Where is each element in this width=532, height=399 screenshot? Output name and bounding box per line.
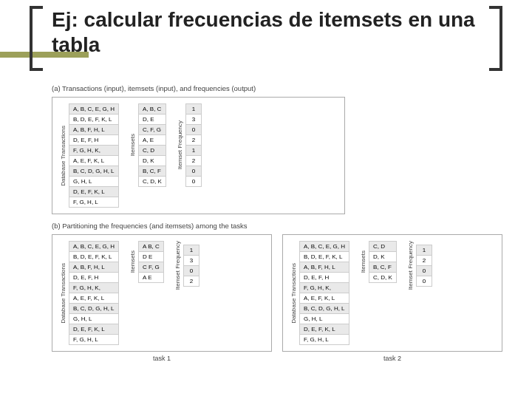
table-cell: A, B, C — [139, 104, 166, 115]
transactions-table: A, B, C, E, G, HB, D, E, F, K, LA, B, F,… — [299, 241, 349, 345]
task-2-label: task 2 — [282, 355, 502, 362]
freq-table: 1302 — [183, 245, 200, 287]
label-itemsets: Itemsets — [129, 250, 136, 273]
table-cell: A B, C — [139, 242, 164, 252]
table-cell: 2 — [185, 156, 201, 166]
table-cell: B, C, D, G, H, L — [69, 166, 119, 177]
table-cell: A, B, F, H, L — [69, 262, 119, 273]
table-cell: G, H, L — [69, 314, 119, 324]
table-cell: D E — [139, 252, 164, 262]
itemsets-table: A B, CD EC F, GA E — [138, 241, 164, 283]
label-itemsets: Itemsets — [129, 134, 136, 156]
table-cell: F, G, H, L — [300, 335, 349, 345]
page-title: Ej: calcular frecuencias de itemsets en … — [44, 7, 502, 57]
table-cell: 1 — [183, 245, 199, 255]
table-cell: C, D — [139, 146, 166, 156]
table-cell: 3 — [185, 115, 201, 125]
caption-a: (a) Transactions (input), itemsets (inpu… — [52, 84, 502, 92]
table-cell: G, H, L — [300, 314, 349, 324]
label-transactions: Database Transactions — [60, 263, 66, 324]
panel-b: (b) Partitioning the frequencies (and it… — [52, 222, 502, 362]
freq-table: 1200 — [416, 245, 432, 287]
table-cell: C, D, K — [139, 177, 166, 187]
table-cell: A, B, F, H, L — [300, 262, 349, 273]
table-cell: 1 — [185, 104, 201, 115]
table-cell: B, C, D, G, H, L — [300, 304, 349, 314]
table-cell: A, B, C, E, G, H — [69, 242, 119, 252]
table-cell: F, G, H, K, — [69, 146, 119, 156]
table-cell: 3 — [183, 255, 199, 265]
table-cell: D, E, F, H — [69, 273, 119, 283]
table-cell: D, E, F, K, L — [300, 324, 349, 335]
table-cell: A, E, F, K, L — [300, 293, 349, 304]
table-cell: D, K — [369, 252, 397, 262]
task-1: Database Transactions A, B, C, E, G, HB,… — [52, 234, 272, 362]
table-cell: B, C, F — [139, 166, 166, 177]
table-cell: A, E, F, K, L — [69, 293, 119, 304]
label-freq: Itemset Frequency — [407, 241, 414, 290]
label-itemsets: Itemsets — [360, 250, 366, 273]
table-cell: 0 — [416, 276, 432, 286]
itemsets-table: C, DD, KB, C, FC, D, K — [369, 241, 397, 283]
table-cell: C, F, G — [139, 125, 166, 135]
table-cell: 2 — [185, 135, 201, 146]
label-freq: Itemset Frequency — [177, 120, 183, 169]
table-cell: G, H, L — [69, 177, 119, 187]
transactions-table: A, B, C, E, G, HB, D, E, F, K, LA, B, F,… — [69, 241, 119, 345]
table-cell: 1 — [185, 146, 201, 156]
table-cell: 1 — [416, 245, 432, 255]
table-cell: F, G, H, K, — [300, 283, 349, 293]
label-transactions: Database Transactions — [60, 126, 66, 186]
left-bracket-icon — [30, 6, 43, 71]
table-cell: A, B, C, E, G, H — [300, 242, 349, 252]
table-cell: 0 — [185, 125, 201, 135]
table-cell: 0 — [185, 166, 201, 177]
table-cell: 0 — [183, 265, 199, 276]
table-cell: B, C, F — [369, 262, 397, 273]
panel-a: (a) Transactions (input), itemsets (inpu… — [52, 84, 502, 214]
table-cell: D, E, F, K, L — [69, 324, 119, 335]
table-cell: B, D, E, F, K, L — [69, 115, 119, 125]
table-cell: B, C, D, G, H, L — [69, 304, 119, 314]
table-cell: D, E — [139, 115, 166, 125]
table-cell: B, D, E, F, K, L — [300, 252, 349, 262]
transactions-table: A, B, C, E, G, HB, D, E, F, K, LA, B, F,… — [69, 103, 119, 208]
table-cell: F, G, H, L — [69, 335, 119, 345]
table-cell: A, E — [139, 135, 166, 146]
label-freq: Itemset Frequency — [174, 241, 181, 290]
caption-b: (b) Partitioning the frequencies (and it… — [52, 222, 502, 230]
table-cell: 2 — [183, 276, 199, 286]
itemsets-table: A, B, CD, EC, F, GA, EC, DD, KB, C, FC, … — [138, 103, 166, 187]
table-cell: A, E, F, K, L — [69, 156, 119, 166]
label-transactions: Database Transactions — [290, 263, 297, 324]
table-cell: A, B, F, H, L — [69, 125, 119, 135]
table-cell: D, E, F, K, L — [69, 187, 119, 197]
table-cell: 0 — [185, 177, 201, 187]
table-cell: D, E, F, H — [300, 273, 349, 283]
table-cell: D, E, F, H — [69, 135, 119, 146]
task-2: Database Transactions A, B, C, E, G, HB,… — [282, 234, 502, 362]
table-cell: D, K — [139, 156, 166, 166]
table-cell: A, B, C, E, G, H — [69, 104, 119, 115]
table-cell: A E — [139, 273, 164, 283]
table-cell: C F, G — [139, 262, 164, 273]
table-cell: F, G, H, L — [69, 197, 119, 208]
table-cell: B, D, E, F, K, L — [69, 252, 119, 262]
table-cell: C, D — [369, 242, 397, 252]
table-cell: F, G, H, K, — [69, 283, 119, 293]
table-cell: 2 — [416, 255, 432, 265]
freq-table: 13021200 — [185, 103, 202, 187]
table-cell: C, D, K — [369, 273, 397, 283]
task-1-label: task 1 — [52, 355, 272, 362]
table-cell: 0 — [416, 265, 432, 276]
